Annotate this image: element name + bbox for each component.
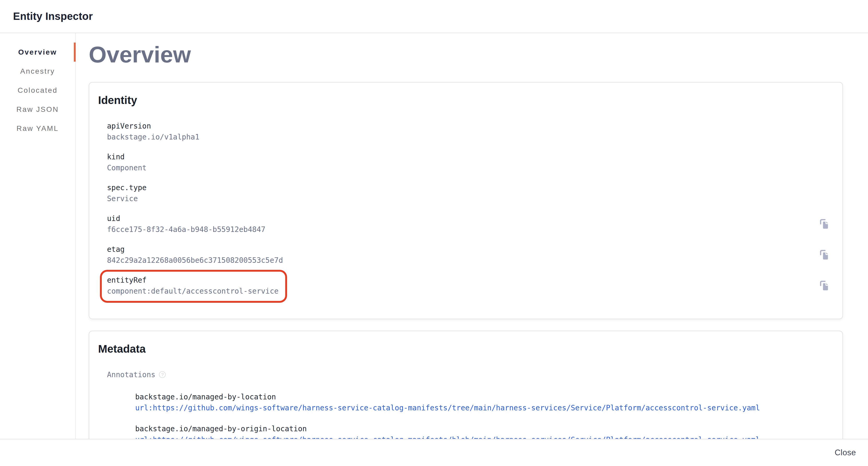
field-value: Service <box>107 194 147 203</box>
annotation-row: backstage.io/managed-by-location url:htt… <box>135 392 830 412</box>
annotations-list: backstage.io/managed-by-location url:htt… <box>135 392 830 439</box>
close-button[interactable]: Close <box>830 445 861 461</box>
annotation-key: backstage.io/managed-by-location <box>135 392 830 402</box>
sidebar-tab[interactable]: Raw YAML <box>0 119 75 138</box>
annotation-value-link[interactable]: url:https://github.com/wings-software/ha… <box>135 435 830 439</box>
copy-button[interactable] <box>818 219 830 230</box>
sidebar-tab[interactable]: Colocated <box>0 81 75 100</box>
field-label: kind <box>107 152 147 162</box>
field-label: entityRef <box>107 276 278 285</box>
annotations-section-header: Annotations ? <box>107 370 830 379</box>
field-value: component:default/accesscontrol-service <box>107 287 278 296</box>
field-value: Component <box>107 164 147 172</box>
dialog-footer: Close <box>0 439 868 466</box>
sidebar-tab[interactable]: Overview <box>0 42 75 62</box>
sidebar-tab-label: Overview <box>18 48 57 56</box>
identity-card: Identity apiVersion backstage.io/v1alpha… <box>89 82 843 319</box>
identity-card-title: Identity <box>98 94 830 107</box>
field-value: 842c29a2a12268a0056be6c371508200553c5e7d <box>107 256 283 265</box>
identity-field-row: spec.type Service <box>107 183 830 203</box>
dialog-body: Overview Ancestry Colocated Raw JSON Raw… <box>0 33 868 439</box>
identity-field-row: uid f6cce175-8f32-4a6a-b948-b55912eb4847 <box>107 214 830 234</box>
entity-ref-highlight: kind Component <box>107 152 147 172</box>
identity-field-row: etag 842c29a2a12268a0056be6c371508200553… <box>107 245 830 265</box>
field-label: etag <box>107 245 283 254</box>
copy-icon <box>818 219 830 230</box>
field-value: f6cce175-8f32-4a6a-b948-b55912eb4847 <box>107 225 266 234</box>
identity-field-row: apiVersion backstage.io/v1alpha1 <box>107 122 830 142</box>
dialog-header: Entity Inspector <box>0 0 868 33</box>
entity-ref-highlight: uid f6cce175-8f32-4a6a-b948-b55912eb4847 <box>107 214 266 234</box>
sidebar-tab-label: Colocated <box>18 86 57 94</box>
field-label: apiVersion <box>107 122 199 130</box>
field-label: uid <box>107 214 266 223</box>
identity-field-row: kind Component <box>107 152 830 172</box>
field-value: backstage.io/v1alpha1 <box>107 133 199 142</box>
sidebar-tab-label: Ancestry <box>20 67 55 76</box>
sidebar-tab-label: Raw YAML <box>17 124 58 133</box>
annotation-value-link[interactable]: url:https://github.com/wings-software/ha… <box>135 404 830 412</box>
sidebar-tab[interactable]: Raw JSON <box>0 100 75 119</box>
help-icon[interactable]: ? <box>159 371 166 378</box>
copy-icon <box>818 280 830 292</box>
copy-button[interactable] <box>818 280 830 292</box>
field-label: spec.type <box>107 183 147 192</box>
entity-ref-highlight: spec.type Service <box>107 183 147 203</box>
entity-ref-highlight: entityRef component:default/accesscontro… <box>100 270 287 303</box>
page-title: Overview <box>89 42 868 67</box>
annotation-row: backstage.io/managed-by-origin-location … <box>135 425 830 439</box>
sidebar-tab[interactable]: Ancestry <box>0 62 75 81</box>
identity-field-row: entityRef component:default/accesscontro… <box>107 276 830 296</box>
metadata-card-title: Metadata <box>98 343 830 355</box>
inspector-content: Overview Identity apiVersion backstage.i… <box>76 33 868 439</box>
entity-ref-highlight: apiVersion backstage.io/v1alpha1 <box>107 122 199 142</box>
sidebar-tab-label: Raw JSON <box>17 105 59 114</box>
copy-icon <box>818 249 830 261</box>
active-tab-indicator <box>74 42 76 62</box>
metadata-card: Metadata Annotations ? backstage.io/mana… <box>89 331 843 439</box>
identity-fields: apiVersion backstage.io/v1alpha1 kind Co… <box>107 122 830 296</box>
inspector-sidebar: Overview Ancestry Colocated Raw JSON Raw… <box>0 33 76 439</box>
entity-ref-highlight: etag 842c29a2a12268a0056be6c371508200553… <box>107 245 283 265</box>
annotation-key: backstage.io/managed-by-origin-location <box>135 425 830 433</box>
dialog-title: Entity Inspector <box>13 10 93 22</box>
annotations-label: Annotations <box>107 370 155 379</box>
copy-button[interactable] <box>818 249 830 261</box>
